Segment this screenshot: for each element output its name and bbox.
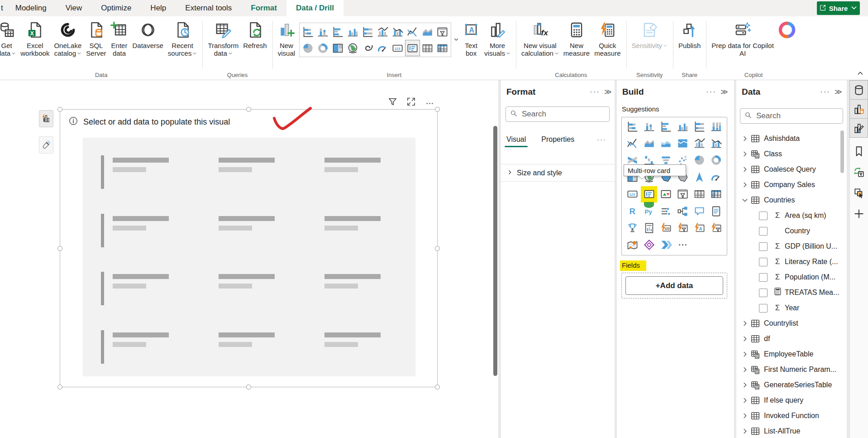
visual-type-dots-icon[interactable] bbox=[676, 238, 689, 252]
visual-type-gauge-icon[interactable] bbox=[709, 170, 723, 184]
menu-tab-fragment[interactable]: t bbox=[0, 0, 6, 16]
build-pane-icon[interactable] bbox=[849, 99, 868, 119]
table-row-company-sales[interactable]: Company Sales bbox=[736, 177, 847, 193]
recent-sources-button[interactable]: Recentsources bbox=[166, 18, 200, 58]
resize-handle-sw[interactable] bbox=[57, 385, 62, 390]
field-checkbox[interactable] bbox=[759, 227, 768, 236]
visual-type-qa-icon[interactable] bbox=[692, 204, 706, 218]
resize-handle-ne[interactable] bbox=[435, 107, 440, 112]
gallery-matrix-icon[interactable] bbox=[435, 40, 450, 56]
visual-type-matrix-icon[interactable] bbox=[709, 188, 723, 201]
visual-type-smart-narr-icon[interactable] bbox=[709, 204, 723, 218]
bookmark-icon[interactable] bbox=[850, 142, 868, 161]
table-row-invoked-function[interactable]: Invoked Function bbox=[736, 408, 847, 424]
new-measure-button[interactable]: Newmeasure bbox=[561, 18, 592, 58]
visual-type-bar-clustered-icon[interactable] bbox=[659, 120, 672, 133]
resize-handle-nw[interactable] bbox=[57, 107, 62, 112]
visual-type-slicer-icon[interactable] bbox=[676, 188, 689, 201]
visual-type-area-stacked-icon[interactable] bbox=[659, 136, 672, 150]
data-panel-more-icon[interactable]: ··· bbox=[820, 87, 830, 96]
table-row-class[interactable]: Class bbox=[736, 146, 847, 162]
field-row-population-m-[interactable]: ΣPopulation (M... bbox=[736, 270, 847, 285]
table-row-coalesce-query[interactable]: Coalesce Query bbox=[736, 162, 847, 177]
focus-mode-icon[interactable] bbox=[406, 96, 416, 109]
visual-type-bar-stacked-icon[interactable] bbox=[625, 120, 639, 133]
resize-handle-n[interactable] bbox=[246, 107, 251, 112]
gallery-col-clustered-icon[interactable] bbox=[345, 24, 360, 40]
gallery-line-icon[interactable] bbox=[405, 24, 420, 40]
menu-tab-data-drill[interactable]: Data / Drill bbox=[286, 0, 343, 16]
field-row-literacy-rate-[interactable]: ΣLiteracy Rate (... bbox=[736, 254, 847, 270]
visual-type-bar-100-icon[interactable] bbox=[692, 120, 706, 133]
quick-visual-button[interactable] bbox=[39, 110, 53, 127]
build-panel-collapse-icon[interactable]: ≫ bbox=[720, 87, 728, 96]
refresh-button[interactable]: Refresh bbox=[241, 18, 269, 50]
visual-type-col-clustered-icon[interactable] bbox=[676, 120, 689, 133]
publish-button[interactable]: Publish bbox=[676, 18, 703, 50]
format-panel-more-icon[interactable]: ··· bbox=[590, 87, 600, 96]
visual-type-area-icon[interactable] bbox=[642, 136, 656, 150]
visual-type-decomp-icon[interactable] bbox=[676, 204, 689, 218]
selection-icon[interactable] bbox=[850, 183, 868, 202]
table-row-employeetable[interactable]: EmployeeTable bbox=[736, 347, 847, 362]
enter-data-button[interactable]: Enterdata bbox=[108, 18, 130, 58]
visual-type-col-stacked-icon[interactable] bbox=[642, 120, 656, 133]
chevron-right-icon[interactable] bbox=[741, 412, 749, 419]
table-row-first-numeric-param-[interactable]: First Numeric Param... bbox=[736, 362, 847, 377]
visual-type-kpi-icon[interactable] bbox=[659, 188, 672, 201]
gallery-gauge-icon[interactable] bbox=[375, 40, 390, 56]
field-checkbox[interactable] bbox=[759, 212, 768, 220]
add-data-button[interactable]: +Add data bbox=[625, 276, 723, 295]
prep-data-for-copilot-ai-button[interactable]: Prep data for CopilotAI bbox=[709, 18, 776, 58]
data-panel-collapse-icon[interactable]: ≫ bbox=[835, 87, 842, 96]
get-data-button[interactable]: Getdata bbox=[0, 18, 18, 58]
menu-tab-optimize[interactable]: Optimize bbox=[91, 0, 141, 16]
gallery-slicer-icon[interactable] bbox=[435, 24, 450, 40]
visual-type-line-icon[interactable] bbox=[625, 136, 639, 150]
chevron-right-icon[interactable] bbox=[741, 428, 749, 435]
sensitivity-button[interactable]: Sensitivity bbox=[630, 18, 670, 50]
section-size-and-style[interactable]: Size and style bbox=[501, 164, 615, 182]
build-panel-more-icon[interactable]: ··· bbox=[706, 87, 716, 96]
chevron-right-icon[interactable] bbox=[741, 351, 749, 358]
add-icon[interactable] bbox=[850, 204, 868, 223]
format-pane-icon[interactable] bbox=[849, 118, 868, 138]
table-row-ashishdata[interactable]: Ashishdata bbox=[736, 131, 847, 146]
visual-type-col-100-icon[interactable] bbox=[709, 120, 723, 133]
menu-tab-modeling[interactable]: Modeling bbox=[6, 0, 56, 16]
resize-handle-se[interactable] bbox=[435, 385, 440, 390]
gallery-swirl-icon[interactable] bbox=[360, 40, 375, 56]
table-row-list-alltrue[interactable]: List-AllTrue bbox=[736, 424, 847, 438]
new-visual-calculation-button[interactable]: fxNew visualcalculation bbox=[519, 18, 561, 58]
text-box-button[interactable]: ATextbox bbox=[460, 18, 482, 58]
visual-type-bolt-123-icon[interactable]: 123 bbox=[659, 221, 672, 235]
menu-tab-external-tools[interactable]: External tools bbox=[176, 0, 241, 16]
tab-visual[interactable]: Visual bbox=[506, 135, 526, 147]
excel-workbook-button[interactable]: XExcelworkbook bbox=[18, 18, 52, 58]
placeholder-visual[interactable]: Select or add data to populate this visu… bbox=[60, 109, 438, 387]
report-canvas[interactable]: Select or add data to populate this visu… bbox=[0, 80, 498, 438]
chevron-right-icon[interactable] bbox=[741, 397, 749, 404]
visual-type-combo2-icon[interactable] bbox=[709, 136, 723, 150]
visual-type-automate-icon[interactable] bbox=[659, 238, 672, 252]
filter-icon[interactable] bbox=[387, 96, 398, 109]
visual-type-arcgis-icon[interactable] bbox=[625, 238, 639, 252]
gallery-combo2-icon[interactable] bbox=[390, 24, 405, 40]
field-row-area-sq-km-[interactable]: ΣArea (sq km) bbox=[736, 208, 847, 223]
visual-type-multirow-icon[interactable] bbox=[642, 188, 656, 201]
onelake-catalog-button[interactable]: OneLakecatalog bbox=[52, 18, 84, 58]
gallery-bar-stacked-icon[interactable] bbox=[300, 24, 315, 40]
visual-type-bolt-slicer-icon[interactable] bbox=[676, 221, 689, 235]
share-button[interactable]: Share bbox=[817, 1, 860, 15]
field-checkbox[interactable] bbox=[759, 289, 768, 297]
chevron-right-icon[interactable] bbox=[741, 320, 749, 327]
visual-type-bolt-A-icon[interactable]: A bbox=[692, 221, 706, 235]
sql-server-button[interactable]: SQLServer bbox=[84, 18, 108, 58]
table-row-if-else-query[interactable]: If else query bbox=[736, 393, 847, 408]
chevron-down-icon[interactable] bbox=[741, 197, 749, 204]
gallery-multirow-icon[interactable] bbox=[405, 40, 420, 56]
visual-type-bolt-funnel-icon[interactable] bbox=[709, 221, 723, 235]
visual-type-trophy-icon[interactable] bbox=[625, 221, 639, 235]
gallery-pie-icon[interactable] bbox=[300, 40, 315, 56]
visual-type-key-infl-icon[interactable] bbox=[659, 204, 672, 218]
